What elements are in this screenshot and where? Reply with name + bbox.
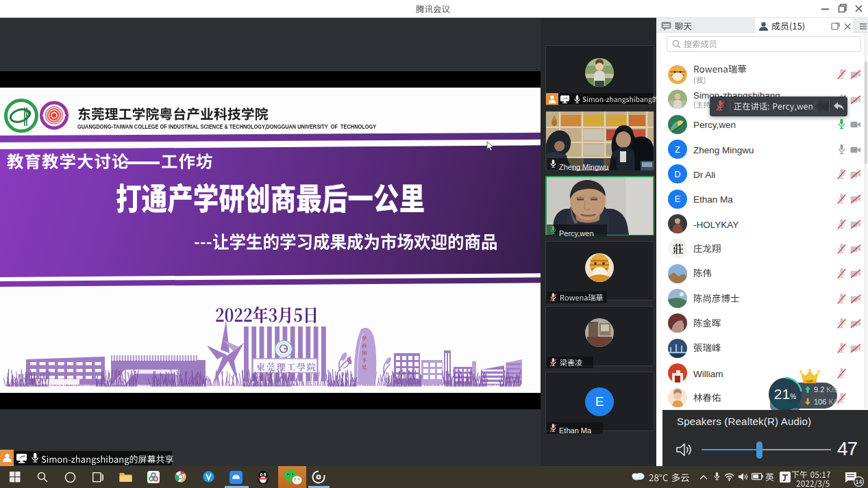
- svg-text:14: 14: [856, 478, 863, 485]
- svg-text:VIP: VIP: [806, 379, 813, 383]
